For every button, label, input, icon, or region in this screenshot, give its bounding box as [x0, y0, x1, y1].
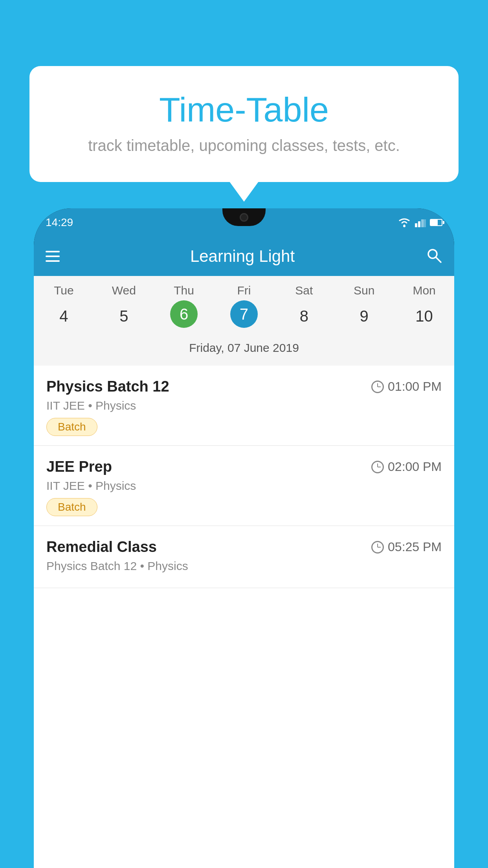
schedule-item-2-header: JEE Prep 02:00 PM — [46, 458, 442, 475]
day-header-mon: Mon — [394, 284, 454, 297]
speech-bubble: Time-Table track timetable, upcoming cla… — [29, 66, 459, 182]
svg-rect-3 — [421, 219, 424, 227]
svg-rect-4 — [424, 219, 426, 227]
schedule-item-2-time: 02:00 PM — [371, 460, 442, 474]
schedule-item-3-time: 05:25 PM — [371, 540, 442, 554]
phone-camera — [240, 213, 248, 222]
schedule-item-1-header: Physics Batch 12 01:00 PM — [46, 378, 442, 395]
schedule-item-3-header: Remedial Class 05:25 PM — [46, 539, 442, 555]
svg-rect-1 — [415, 223, 417, 227]
status-bar: 14:29 — [34, 208, 454, 237]
day-6-today[interactable]: 6 — [170, 300, 198, 328]
battery-icon — [430, 219, 442, 226]
day-headers: Tue Wed Thu Fri Sat Sun Mon — [34, 284, 454, 297]
page-title: Time-Table — [49, 90, 439, 130]
calendar-strip: Tue Wed Thu Fri Sat Sun Mon 4 5 6 7 8 9 … — [34, 276, 454, 366]
day-header-wed: Wed — [94, 284, 154, 297]
clock-icon-1 — [371, 381, 384, 393]
signal-icon — [415, 218, 426, 227]
app-title: Learning Light — [69, 247, 416, 266]
svg-point-5 — [428, 250, 437, 258]
schedule-item-3[interactable]: Remedial Class 05:25 PM Physics Batch 12… — [34, 526, 454, 588]
clock-icon-3 — [371, 541, 384, 554]
schedule-item-2[interactable]: JEE Prep 02:00 PM IIT JEE • Physics Batc… — [34, 446, 454, 526]
day-5[interactable]: 5 — [94, 300, 154, 332]
page-subtitle: track timetable, upcoming classes, tests… — [49, 137, 439, 154]
selected-date-label: Friday, 07 June 2019 — [34, 337, 454, 362]
status-icons — [398, 217, 442, 228]
status-time: 14:29 — [46, 216, 73, 229]
day-header-tue: Tue — [34, 284, 94, 297]
schedule-item-1-time: 01:00 PM — [371, 379, 442, 394]
day-numbers: 4 5 6 7 8 9 10 — [34, 300, 454, 332]
phone-screen: Tue Wed Thu Fri Sat Sun Mon 4 5 6 7 8 9 … — [34, 276, 454, 868]
clock-icon-2 — [371, 461, 384, 473]
day-header-sun: Sun — [334, 284, 394, 297]
day-9[interactable]: 9 — [334, 300, 394, 332]
day-10[interactable]: 10 — [394, 300, 454, 332]
schedule-item-2-title: JEE Prep — [46, 458, 112, 475]
schedule-item-2-meta: IIT JEE • Physics — [46, 479, 442, 493]
phone-frame: 14:29 — [34, 208, 454, 868]
day-header-sat: Sat — [274, 284, 334, 297]
day-8[interactable]: 8 — [274, 300, 334, 332]
svg-rect-2 — [418, 221, 420, 227]
batch-badge-2: Batch — [46, 498, 97, 516]
schedule-item-1-meta: IIT JEE • Physics — [46, 399, 442, 412]
day-header-fri: Fri — [214, 284, 274, 297]
day-header-thu: Thu — [154, 284, 214, 297]
phone-notch — [222, 208, 266, 226]
day-4[interactable]: 4 — [34, 300, 94, 332]
menu-icon[interactable] — [46, 251, 60, 262]
schedule-item-1[interactable]: Physics Batch 12 01:00 PM IIT JEE • Phys… — [34, 366, 454, 446]
schedule-item-3-meta: Physics Batch 12 • Physics — [46, 559, 442, 573]
schedule-list: Physics Batch 12 01:00 PM IIT JEE • Phys… — [34, 366, 454, 588]
svg-line-6 — [436, 257, 441, 262]
batch-badge-1: Batch — [46, 418, 97, 436]
day-7-selected[interactable]: 7 — [230, 300, 258, 328]
wifi-icon — [398, 217, 411, 228]
schedule-item-3-title: Remedial Class — [46, 539, 157, 555]
schedule-item-1-title: Physics Batch 12 — [46, 378, 169, 395]
app-bar: Learning Light — [34, 237, 454, 276]
search-icon[interactable] — [425, 246, 442, 267]
svg-point-0 — [403, 225, 405, 227]
